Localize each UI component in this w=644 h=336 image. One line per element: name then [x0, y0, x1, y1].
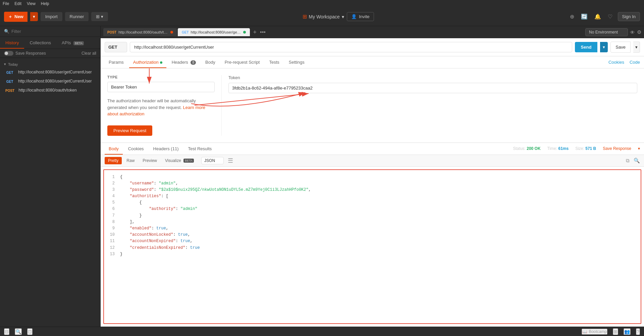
menu-help[interactable]: Help	[41, 1, 49, 6]
code-line-5: 5 {	[108, 200, 637, 206]
bootcamp-label: Bootcamp	[589, 329, 607, 334]
send-button[interactable]: Send	[575, 42, 598, 52]
save-button[interactable]: Save	[610, 42, 631, 53]
format-tab-raw[interactable]: Raw	[123, 157, 138, 164]
req-tab-tests[interactable]: Tests	[265, 56, 283, 68]
code-line-1: 1 {	[108, 174, 637, 180]
auth-panel-wrapper: TYPE Bearer Token The authorization head…	[101, 68, 644, 143]
sidebar-actions: Save Responses Clear all	[0, 49, 100, 58]
person-icon: 👤	[351, 14, 357, 19]
req-tab-params[interactable]: Params	[105, 56, 128, 68]
copy-icon-button[interactable]: ⧉	[626, 158, 630, 164]
preview-request-button[interactable]: Preview Request	[107, 125, 152, 136]
auth-type-label: TYPE	[107, 75, 215, 79]
format-tab-visualize[interactable]: Visualize BETA	[162, 157, 197, 164]
history-item-0[interactable]: GET http://localhost:8080/user/getCurren…	[0, 68, 100, 77]
send-dropdown-button[interactable]: ▾	[600, 42, 608, 52]
content-area: POST http://localhost:8080/oauth/to... G…	[101, 26, 644, 327]
menu-file[interactable]: File	[3, 1, 9, 6]
filter-search-icon: 🔍	[4, 29, 9, 34]
req-tab-body[interactable]: Body	[201, 56, 219, 68]
response-tab-body[interactable]: Body	[105, 143, 123, 155]
req-tab-headers[interactable]: Headers 8	[168, 56, 200, 68]
status-bar: ⊟ 🔍 ⊡ 📖 Bootcamp ⊞ 👥 ?	[0, 327, 644, 336]
response-tab-tests[interactable]: Test Results	[184, 143, 216, 155]
status-grid-icon[interactable]: ⊞	[613, 328, 618, 335]
tabs-bar: POST http://localhost:8080/oauth/to... G…	[101, 26, 644, 38]
invite-button[interactable]: 👤 Invite	[347, 12, 374, 21]
cookies-link[interactable]: Cookies	[608, 60, 624, 65]
filter-input[interactable]	[11, 29, 96, 34]
code-line-6: 6 "authority": "admin"	[108, 206, 637, 212]
menu-edit[interactable]: Edit	[14, 1, 21, 6]
status-search-icon[interactable]: 🔍	[15, 328, 22, 335]
new-dropdown-button[interactable]: ▾	[30, 12, 38, 21]
history-url-2: http://localhost:8080/oauth/token	[18, 88, 76, 93]
status-value: 200 OK	[527, 146, 540, 151]
notification-icon-button[interactable]: 🔔	[593, 12, 602, 21]
search-icon-button[interactable]: ⊕	[569, 12, 576, 21]
search-body-icon-button[interactable]: 🔍	[634, 158, 640, 164]
history-item-1[interactable]: GET http://localhost:8080/user/getCurren…	[0, 77, 100, 86]
bootcamp-button[interactable]: 📖 Bootcamp	[582, 329, 607, 335]
wrap-icon-button[interactable]: ☰	[228, 157, 233, 164]
req-tab-prerequest[interactable]: Pre-request Script	[221, 56, 264, 68]
status-help-icon[interactable]: ?	[636, 328, 640, 335]
sidebar: 🔍 History Collections APIs BETA Save Res…	[0, 26, 101, 327]
token-input[interactable]	[228, 83, 637, 93]
new-tab-button[interactable]: +	[251, 29, 260, 36]
status-people-icon[interactable]: 👥	[624, 328, 631, 335]
new-button-label: New	[14, 14, 23, 19]
heart-icon-button[interactable]: ♡	[606, 12, 614, 21]
format-type-select[interactable]: JSON	[201, 157, 224, 164]
headers-badge: 8	[191, 60, 196, 65]
request-tab-get[interactable]: GET http://localhost:8080/user/getC...	[178, 28, 250, 36]
save-response-dropdown-icon[interactable]: ▾	[638, 146, 640, 151]
save-response-button[interactable]: Save Response	[603, 146, 631, 151]
history-item-2[interactable]: POST http://localhost:8080/oauth/token	[0, 86, 100, 95]
code-line-7: 7 }	[108, 213, 637, 219]
clear-all-button[interactable]: Clear all	[82, 51, 96, 56]
main-layout: 🔍 History Collections APIs BETA Save Res…	[0, 26, 644, 327]
format-tab-preview[interactable]: Preview	[139, 157, 160, 164]
eye-icon-button[interactable]: 👁	[630, 30, 635, 35]
sidebar-tab-history[interactable]: History	[0, 37, 24, 49]
sidebar-tab-collections[interactable]: Collections	[24, 37, 56, 49]
history-url-0: http://localhost:8080/user/getCurrentUse…	[18, 70, 92, 74]
signin-button[interactable]: Sign In	[618, 12, 640, 21]
status-console-icon[interactable]: ⊡	[27, 328, 33, 335]
new-button[interactable]: ＋ New	[4, 12, 28, 22]
method-post-badge: POST	[4, 89, 16, 93]
req-tab-authorization[interactable]: Authorization	[129, 56, 166, 68]
auth-left-panel: TYPE Bearer Token The authorization head…	[107, 75, 221, 136]
runner-button[interactable]: Runner	[65, 12, 89, 21]
history-today-section[interactable]: ▾ Today	[0, 61, 100, 68]
import-button[interactable]: Import	[41, 12, 62, 21]
response-tab-headers[interactable]: Headers (11)	[149, 143, 183, 155]
request-tab-post[interactable]: POST http://localhost:8080/oauth/to...	[103, 28, 177, 36]
workspace-area: ⊞ My Workspace ▾ 👤 Invite	[111, 12, 566, 21]
post-tab-url: http://localhost:8080/oauth/to...	[118, 30, 168, 34]
auth-type-select[interactable]: Bearer Token	[107, 82, 215, 92]
workspace-button[interactable]: ⊞ My Workspace ▾	[303, 13, 344, 20]
request-bar: GET Send ▾ Save ▾	[101, 38, 644, 56]
request-tabs: Params Authorization Headers 8 Body Pre-…	[101, 56, 644, 68]
req-tab-settings[interactable]: Settings	[285, 56, 309, 68]
environment-select[interactable]: No Environment	[585, 28, 628, 36]
menu-view[interactable]: View	[27, 1, 36, 6]
method-select[interactable]: GET	[105, 42, 127, 52]
code-link[interactable]: Code	[630, 60, 640, 65]
settings-icon-button[interactable]: ⚙	[637, 29, 641, 35]
get-tab-dot	[243, 31, 246, 34]
response-tab-cookies[interactable]: Cookies	[124, 143, 148, 155]
save-responses-switch[interactable]	[4, 51, 13, 56]
status-sidebar-icon[interactable]: ⊟	[4, 328, 9, 335]
layout-button[interactable]: ⊞ ▾	[91, 12, 108, 21]
post-tab-dot	[170, 31, 173, 34]
format-tab-pretty[interactable]: Pretty	[105, 157, 122, 164]
sync-icon-button[interactable]: 🔄	[580, 12, 589, 21]
url-input[interactable]	[130, 42, 572, 52]
sidebar-tab-apis[interactable]: APIs BETA	[56, 37, 89, 49]
more-tabs-button[interactable]: •••	[260, 29, 266, 35]
save-dropdown-button[interactable]: ▾	[633, 42, 640, 53]
